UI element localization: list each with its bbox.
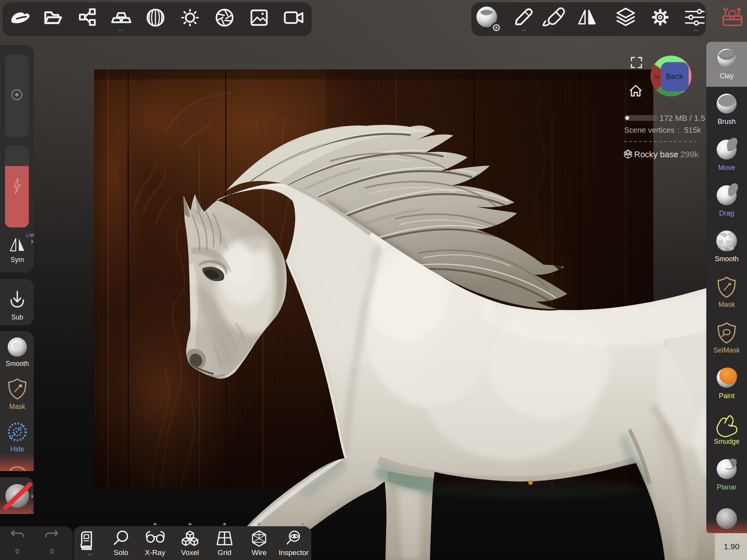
svg-text:1.90: 1.90 [724, 542, 740, 551]
svg-text:0: 0 [50, 548, 53, 555]
svg-text:Wire: Wire [251, 548, 266, 557]
svg-text:...: ... [119, 25, 124, 32]
svg-text:Brush: Brush [717, 118, 735, 125]
svg-text:Voxel: Voxel [181, 548, 199, 557]
svg-text:L/W: L/W [26, 233, 35, 238]
svg-text:Paint: Paint [719, 392, 734, 400]
svg-text:Inspector: Inspector [279, 548, 309, 557]
svg-text:Move: Move [718, 164, 735, 171]
svg-text:Hide: Hide [10, 445, 24, 453]
svg-text:Mask: Mask [718, 301, 735, 308]
svg-text:Smooth: Smooth [6, 360, 29, 367]
svg-text:Scene vertices： 515k: Scene vertices： 515k [624, 126, 701, 134]
svg-text:Sym: Sym [11, 256, 24, 264]
svg-text:0: 0 [15, 548, 19, 555]
svg-text:Smudge: Smudge [714, 438, 739, 445]
svg-text:299k: 299k [680, 150, 699, 159]
svg-text:Planar: Planar [717, 483, 737, 491]
svg-text:Solo: Solo [114, 548, 128, 557]
svg-text:Drag: Drag [719, 209, 734, 217]
svg-text:...: ... [521, 25, 526, 32]
svg-text:Clay: Clay [720, 72, 734, 80]
svg-text:172 MB / 1.5: 172 MB / 1.5 [659, 114, 705, 122]
svg-text:...: ... [693, 25, 698, 32]
svg-text:Sub: Sub [11, 313, 23, 321]
svg-text:Smooth: Smooth [715, 255, 739, 263]
svg-text:Mask: Mask [9, 403, 25, 410]
svg-text:X-Ray: X-Ray [145, 548, 165, 557]
svg-text:Back: Back [666, 72, 683, 81]
svg-text:Rocky base: Rocky base [634, 150, 678, 159]
svg-text:...: ... [87, 550, 92, 556]
svg-text:Grid: Grid [218, 548, 231, 557]
svg-text:ht: ht [654, 74, 659, 80]
svg-text:SelMask: SelMask [713, 346, 740, 354]
